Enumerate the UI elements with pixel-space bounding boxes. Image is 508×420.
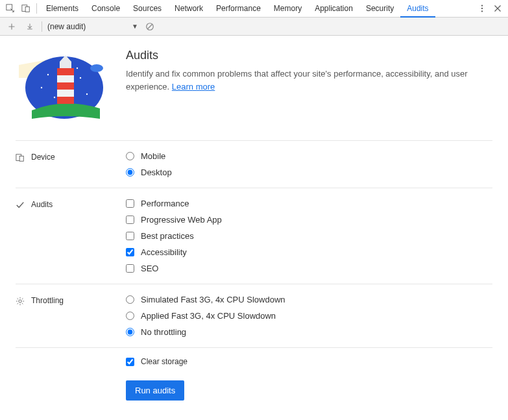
section-device: Device MobileDesktop: [16, 140, 492, 188]
divider: [42, 21, 42, 32]
svg-point-12: [54, 97, 55, 98]
svg-point-4: [481, 8, 483, 9]
throttling-option-1[interactable]: Applied Fast 3G, 4x CPU Slowdown: [126, 311, 285, 321]
svg-rect-18: [57, 82, 74, 90]
throttling-radio-0[interactable]: [126, 295, 134, 304]
audits-toolbar: (new audit) ▼: [0, 18, 508, 36]
check-icon: [16, 201, 25, 210]
svg-point-8: [47, 74, 49, 75]
close-icon[interactable]: [490, 1, 505, 16]
tab-security[interactable]: Security: [359, 0, 400, 18]
tab-audits[interactable]: Audits: [400, 0, 435, 18]
audit-select[interactable]: (new audit) ▼: [47, 22, 138, 31]
svg-point-13: [77, 68, 78, 69]
audit-option-2[interactable]: Best practices: [126, 231, 222, 241]
lighthouse-illustration: [16, 49, 106, 122]
section-label-throttling: Throttling: [16, 295, 126, 337]
throttling-option-2[interactable]: No throttling: [126, 327, 285, 337]
audit-checkbox-0[interactable]: [126, 199, 134, 208]
download-icon[interactable]: [23, 20, 36, 33]
svg-rect-2: [25, 6, 29, 12]
audit-checkbox-1[interactable]: [126, 216, 134, 224]
device-option-1[interactable]: Desktop: [126, 167, 172, 177]
more-icon[interactable]: [474, 1, 490, 16]
section-clear-storage: Clear storage: [16, 347, 492, 375]
svg-point-9: [41, 87, 42, 88]
device-radio-0[interactable]: [126, 152, 134, 160]
clear-storage-option[interactable]: Clear storage: [126, 357, 492, 366]
run-audits-button[interactable]: Run audits: [126, 380, 184, 401]
svg-point-23: [19, 300, 21, 303]
device-toggle-icon[interactable]: [18, 1, 34, 16]
page-title: Audits: [126, 49, 492, 62]
svg-rect-17: [57, 68, 74, 75]
audit-checkbox-4[interactable]: [126, 264, 134, 273]
audit-checkbox-3[interactable]: [126, 248, 134, 256]
audit-option-1[interactable]: Progressive Web App: [126, 215, 222, 225]
page-description: Identify and fix common problems that af…: [126, 68, 492, 93]
tab-application[interactable]: Application: [308, 0, 359, 18]
tab-elements[interactable]: Elements: [40, 0, 85, 18]
audit-option-3[interactable]: Accessibility: [126, 247, 222, 257]
section-label-audits: Audits: [16, 199, 126, 273]
throttling-radio-1[interactable]: [126, 312, 134, 320]
device-icon: [16, 153, 25, 162]
header: Audits Identify and fix common problems …: [16, 49, 492, 140]
section-label-device: Device: [16, 151, 126, 177]
gear-icon: [16, 297, 25, 306]
svg-point-5: [481, 10, 483, 12]
new-audit-icon[interactable]: [5, 20, 18, 33]
svg-rect-14: [60, 62, 71, 68]
tab-sources[interactable]: Sources: [127, 0, 168, 18]
clear-storage-checkbox[interactable]: [126, 358, 134, 366]
inspect-element-icon[interactable]: [3, 1, 18, 16]
run-row: Run audits: [16, 375, 492, 401]
audits-panel: Audits Identify and fix common problems …: [0, 36, 508, 420]
header-text: Audits Identify and fix common problems …: [126, 49, 492, 122]
devtools-tabbar: ElementsConsoleSourcesNetworkPerformance…: [0, 0, 508, 18]
tab-performance[interactable]: Performance: [210, 0, 267, 18]
section-throttling: Throttling Simulated Fast 3G, 4x CPU Slo…: [16, 284, 492, 347]
svg-rect-19: [57, 97, 74, 104]
audit-checkbox-2[interactable]: [126, 232, 134, 240]
tab-memory[interactable]: Memory: [267, 0, 308, 18]
svg-point-11: [86, 93, 88, 95]
tab-console[interactable]: Console: [85, 0, 127, 18]
audit-select-value: (new audit): [47, 22, 86, 31]
throttling-option-0[interactable]: Simulated Fast 3G, 4x CPU Slowdown: [126, 295, 285, 304]
svg-point-3: [481, 5, 483, 6]
throttling-radio-2[interactable]: [126, 328, 134, 336]
divider: [36, 3, 37, 14]
audit-option-4[interactable]: SEO: [126, 264, 222, 273]
device-option-0[interactable]: Mobile: [126, 151, 172, 161]
section-audits: Audits PerformanceProgressive Web AppBes…: [16, 188, 492, 284]
chevron-down-icon: ▼: [132, 23, 138, 30]
tab-network[interactable]: Network: [168, 0, 210, 18]
device-radio-1[interactable]: [126, 168, 134, 177]
audit-option-0[interactable]: Performance: [126, 199, 222, 208]
clear-icon[interactable]: [143, 20, 156, 33]
svg-point-10: [80, 77, 81, 79]
learn-more-link[interactable]: Learn more: [172, 82, 215, 92]
svg-rect-22: [19, 156, 23, 161]
